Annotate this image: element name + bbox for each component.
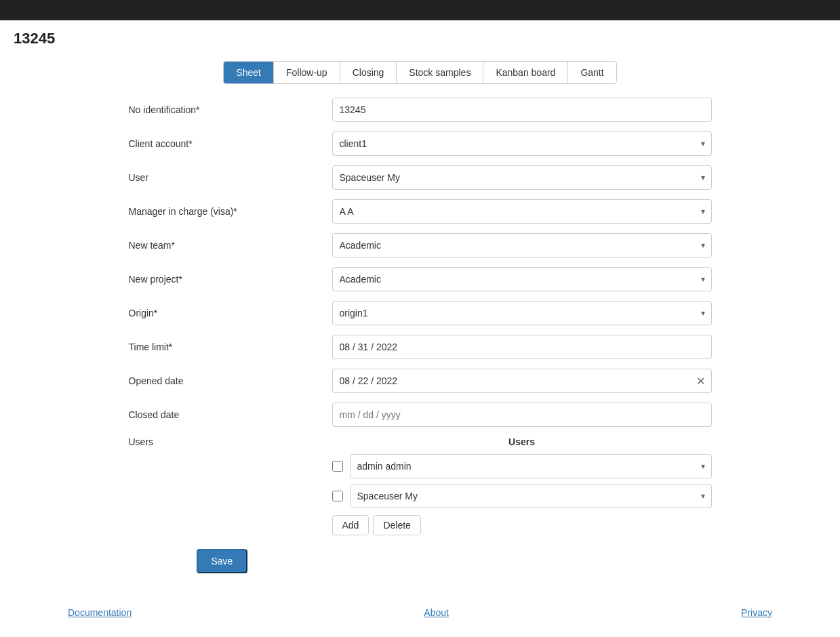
save-row: Save xyxy=(129,549,712,573)
user-row-1: admin admin ▾ xyxy=(332,454,712,478)
manager-select[interactable]: A A xyxy=(332,199,712,224)
origin-select[interactable]: origin1 xyxy=(332,301,712,325)
save-button[interactable]: Save xyxy=(197,549,248,573)
tab-stocksamples[interactable]: Stock samples xyxy=(397,62,483,83)
tabs: Sheet Follow-up Closing Stock samples Ka… xyxy=(223,61,616,84)
user-checkbox-2[interactable] xyxy=(332,491,343,501)
tab-kanbanboard[interactable]: Kanban board xyxy=(483,62,568,83)
opened-date-row: Opened date ✕ xyxy=(129,369,712,393)
new-team-select-wrapper: Academic ▾ xyxy=(332,233,712,258)
user-label: User xyxy=(129,172,332,183)
manager-select-wrapper: A A ▾ xyxy=(332,199,712,224)
client-account-select[interactable]: client1 xyxy=(332,131,712,156)
users-header: Users xyxy=(332,436,712,447)
users-section: Users admin admin ▾ Spaceuser My ▾ xyxy=(332,436,712,535)
origin-label: Origin* xyxy=(129,308,332,318)
user-select-1[interactable]: admin admin xyxy=(350,454,712,478)
user-select-wrapper: Spaceuser My ▾ xyxy=(332,165,712,190)
time-limit-label: Time limit* xyxy=(129,342,332,352)
no-identification-row: No identification* xyxy=(129,98,712,122)
page-title: 13245 xyxy=(0,20,840,54)
new-team-label: New team* xyxy=(129,240,332,251)
user-row-2: Spaceuser My ▾ xyxy=(332,484,712,508)
tabs-container: Sheet Follow-up Closing Stock samples Ka… xyxy=(0,61,840,84)
no-identification-label: No identification* xyxy=(129,104,332,115)
no-identification-input[interactable] xyxy=(332,98,712,122)
manager-row: Manager in charge (visa)* A A ▾ xyxy=(129,199,712,224)
about-link[interactable]: About xyxy=(424,607,449,618)
client-account-row: Client account* client1 ▾ xyxy=(129,131,712,156)
tab-sheet[interactable]: Sheet xyxy=(224,62,274,83)
user-select-wrapper-2: Spaceuser My ▾ xyxy=(350,484,712,508)
new-project-row: New project* Academic ▾ xyxy=(129,267,712,291)
opened-date-wrapper: ✕ xyxy=(332,369,712,393)
time-limit-row: Time limit* xyxy=(129,335,712,359)
closed-date-label: Closed date xyxy=(129,409,332,420)
opened-date-clear-button[interactable]: ✕ xyxy=(696,375,705,388)
time-limit-input[interactable] xyxy=(332,335,712,359)
client-account-label: Client account* xyxy=(129,138,332,149)
form-container: No identification* Client account* clien… xyxy=(115,98,725,573)
tab-closing[interactable]: Closing xyxy=(340,62,397,83)
new-project-select-wrapper: Academic ▾ xyxy=(332,267,712,291)
opened-date-input[interactable] xyxy=(332,369,712,393)
user-select-wrapper-1: admin admin ▾ xyxy=(350,454,712,478)
users-row: Users Users admin admin ▾ Spaceuser My xyxy=(129,436,712,535)
top-bar xyxy=(0,0,840,20)
origin-row: Origin* origin1 ▾ xyxy=(129,301,712,325)
origin-select-wrapper: origin1 ▾ xyxy=(332,301,712,325)
privacy-link[interactable]: Privacy xyxy=(741,607,772,618)
user-select-2[interactable]: Spaceuser My xyxy=(350,484,712,508)
users-label: Users xyxy=(129,436,332,447)
user-select[interactable]: Spaceuser My xyxy=(332,165,712,190)
tab-gantt[interactable]: Gantt xyxy=(568,62,616,83)
new-team-select[interactable]: Academic xyxy=(332,233,712,258)
footer: Documentation About Privacy xyxy=(0,594,840,632)
closed-date-input[interactable] xyxy=(332,403,712,427)
tab-followup[interactable]: Follow-up xyxy=(274,62,340,83)
new-project-label: New project* xyxy=(129,274,332,285)
user-checkbox-1[interactable] xyxy=(332,461,343,472)
users-actions: Add Delete xyxy=(332,515,712,535)
opened-date-label: Opened date xyxy=(129,375,332,386)
add-user-button[interactable]: Add xyxy=(332,515,369,535)
delete-user-button[interactable]: Delete xyxy=(373,515,420,535)
closed-date-wrapper xyxy=(332,403,712,427)
closed-date-row: Closed date xyxy=(129,403,712,427)
user-row: User Spaceuser My ▾ xyxy=(129,165,712,190)
new-team-row: New team* Academic ▾ xyxy=(129,233,712,258)
new-project-select[interactable]: Academic xyxy=(332,267,712,291)
manager-label: Manager in charge (visa)* xyxy=(129,206,332,217)
documentation-link[interactable]: Documentation xyxy=(68,607,132,618)
client-account-select-wrapper: client1 ▾ xyxy=(332,131,712,156)
